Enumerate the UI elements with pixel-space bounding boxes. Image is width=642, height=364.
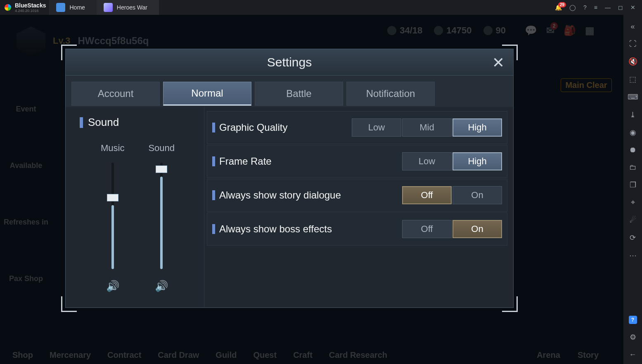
settings-options-panel: Graphic Quality Low Mid High Frame Rate …	[204, 107, 513, 307]
sound-title: Sound	[88, 116, 119, 129]
help-square-icon[interactable]: ?	[629, 316, 637, 324]
side-toolbar: « ⛶ 🔇 ⬚ ⌨ ⤓ ◉ ⏺ 🗀 ❐ ⌖ ☄ ⟳ ⋯ ? ⚙ ←	[623, 15, 642, 364]
tab-heroes-war[interactable]: Heroes War	[97, 0, 159, 15]
download-icon[interactable]: ⤓	[630, 110, 636, 119]
tab-notification[interactable]: Notification	[346, 82, 435, 106]
record-icon[interactable]: ⏺	[629, 146, 637, 154]
collapse-icon[interactable]: «	[630, 22, 635, 31]
framerate-high-button[interactable]: High	[452, 152, 502, 170]
brand-name: BlueStacks	[15, 2, 46, 9]
back-icon[interactable]: ←	[629, 350, 637, 359]
window-controls: 🔔 ◯ ? ≡ — ◻ ✕	[548, 4, 642, 11]
minimize-button[interactable]: —	[605, 4, 611, 11]
tab-home[interactable]: Home	[49, 0, 96, 15]
sound-slider[interactable]	[160, 163, 163, 269]
titlebar: BlueStacks 4.240.20.1016 Home Heroes War…	[0, 0, 642, 15]
multi-instance-icon[interactable]: ❐	[630, 180, 636, 189]
close-icon	[493, 57, 504, 68]
row-story-dialogue: Always show story dialogue Off On	[207, 179, 507, 212]
boss-on-button[interactable]: On	[452, 220, 502, 238]
help-icon[interactable]: ?	[583, 4, 587, 11]
menu-icon[interactable]: ≡	[594, 4, 597, 11]
framerate-low-button[interactable]: Low	[402, 152, 452, 170]
game-icon	[104, 3, 113, 12]
more-icon[interactable]: ⋯	[629, 251, 637, 260]
folder-icon[interactable]: 🗀	[629, 163, 637, 172]
settings-dialog: Settings Account Normal Battle Notificat…	[61, 45, 518, 312]
tab-normal[interactable]: Normal	[163, 82, 251, 106]
bluestacks-logo-icon	[3, 3, 12, 12]
music-slider-label: Music	[101, 143, 124, 154]
speaker-icon: 🔊	[106, 280, 119, 293]
shake-icon[interactable]: ☄	[630, 215, 636, 225]
version-text: 4.240.20.1016	[15, 9, 46, 13]
tab-label: Home	[69, 4, 85, 11]
close-dialog-button[interactable]	[489, 53, 507, 71]
row-label: Always show story dialogue	[219, 189, 341, 201]
home-icon	[56, 3, 65, 12]
row-label: Graphic Quality	[219, 122, 287, 133]
keyboard-icon[interactable]: ⌨	[628, 92, 638, 102]
sound-panel: Sound Music 🔊 Sound	[66, 107, 204, 307]
row-frame-rate: Frame Rate Low High	[207, 145, 507, 178]
fullscreen-icon[interactable]: ⛶	[629, 40, 637, 48]
screenshot-icon[interactable]: ◉	[630, 128, 636, 137]
sound-slider-label: Sound	[148, 143, 175, 154]
story-on-button[interactable]: On	[452, 186, 502, 204]
settings-tabs: Account Normal Battle Notification	[66, 76, 513, 107]
graphic-high-button[interactable]: High	[452, 118, 502, 137]
graphic-mid-button[interactable]: Mid	[402, 118, 452, 137]
tab-label: Heroes War	[117, 4, 147, 11]
dialog-title: Settings	[267, 55, 312, 69]
row-graphic-quality: Graphic Quality Low Mid High	[207, 111, 507, 144]
notifications-icon[interactable]: 🔔	[555, 4, 562, 11]
row-label: Always show boss effects	[219, 223, 332, 235]
boss-off-button[interactable]: Off	[402, 220, 452, 238]
dialog-header: Settings	[66, 49, 513, 76]
game-viewport: Lv.3 HWccq5f8u56q 34/18 14750 90 💬 ✉ 🎒 ▦…	[0, 15, 623, 364]
speaker-icon: 🔊	[155, 280, 168, 293]
maximize-button[interactable]: ◻	[618, 4, 623, 11]
graphic-low-button[interactable]: Low	[352, 118, 401, 137]
selection-icon[interactable]: ⬚	[629, 75, 636, 84]
story-off-button[interactable]: Off	[402, 186, 452, 204]
tab-account[interactable]: Account	[71, 82, 160, 106]
rotate-icon[interactable]: ⟳	[630, 233, 636, 242]
location-icon[interactable]: ⌖	[631, 198, 635, 207]
row-label: Frame Rate	[219, 156, 272, 167]
volume-mute-icon[interactable]: 🔇	[628, 57, 637, 66]
close-button[interactable]: ✕	[630, 4, 635, 11]
account-icon[interactable]: ◯	[569, 4, 576, 11]
tab-battle[interactable]: Battle	[255, 82, 343, 106]
settings-gear-icon[interactable]: ⚙	[630, 333, 636, 342]
music-slider[interactable]	[111, 163, 114, 269]
row-boss-effects: Always show boss effects Off On	[207, 213, 507, 246]
